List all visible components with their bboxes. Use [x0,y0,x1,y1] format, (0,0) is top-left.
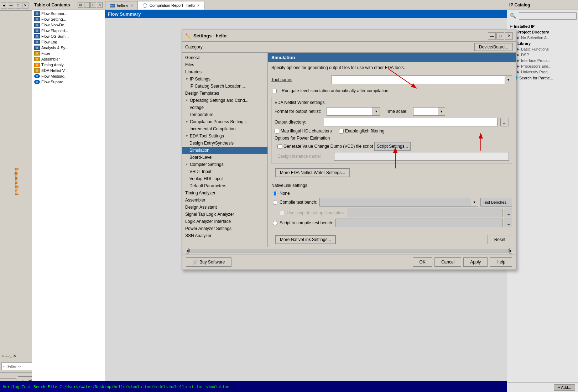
generate-vcd-checkbox[interactable] [277,144,282,149]
output-dir-input[interactable]: simulation/modelsim [324,118,498,126]
script-compile-browse-btn[interactable]: ... [505,219,512,227]
toc-item-label: Flow Setting... [41,17,66,21]
nav-item[interactable]: ▼Compiler Settings [182,161,267,168]
sidebar-icon-2[interactable]: — [8,2,14,9]
timescale-input[interactable]: 1 ns [413,107,438,116]
nav-item[interactable]: IP Catalog Search Location... [182,83,267,90]
nativelink-title: NativeLink settings [271,183,512,188]
nav-item[interactable]: Timing Analyzer [182,189,267,197]
toc-icon-btn-2[interactable]: — [84,2,90,8]
run-gate-level-checkbox[interactable] [272,89,277,93]
nav-item[interactable]: Power Analyzer Settings [182,225,267,232]
hscroll-track[interactable] [189,249,509,252]
nav-item[interactable]: Simulation [182,147,267,154]
nav-item[interactable]: ▼IP Settings [182,75,267,83]
hscroll-left-btn[interactable]: ◀ [186,248,189,254]
timescale-dropdown-arrow[interactable]: ▼ [438,107,445,116]
toc-item[interactable]: ▤Timing Analy... [33,62,104,68]
tool-name-row: Tool name: ModelSim-Altera ▼ [268,73,516,86]
toc-item[interactable]: ▤Flow Messag... [33,73,104,79]
nav-item[interactable]: Design Entry/Synthesis [182,140,267,147]
hscroll-right-btn[interactable]: ▶ [509,248,512,254]
nav-item[interactable]: General [182,54,267,61]
sidebar-icon-3[interactable]: □ [15,2,21,9]
toc-item-label: Flow Log [41,40,57,44]
nav-item[interactable]: Signal Tap Logic Analyzer [182,211,267,218]
tab-close-1[interactable]: ✕ [130,4,133,7]
toc-item[interactable]: ▤Fitter [33,51,104,56]
dialog-minimize-btn[interactable]: — [488,32,496,40]
sidebar-view-btn-3[interactable]: □ [10,354,12,359]
apply-btn[interactable]: Apply [463,257,488,267]
nav-item[interactable]: Default Parameters [182,182,267,189]
sidebar-view-btn-4[interactable]: ✕ [13,354,16,359]
map-illegal-checkbox[interactable] [275,129,279,134]
test-benches-btn[interactable]: Test Benches... [480,198,512,207]
nav-item[interactable]: Assembler [182,197,267,204]
toc-item-icon: ▤ [34,46,40,50]
tool-name-dropdown-arrow[interactable]: ▼ [505,75,512,84]
format-input[interactable]: Verilog HDL [327,107,373,116]
toc-item[interactable]: ▤Flow Log [33,39,104,45]
use-script-browse-btn[interactable]: ... [505,209,512,217]
toc-item[interactable]: ▤Flow Elapsed... [33,28,104,33]
toc-icon-btn-1[interactable]: ⊞ [78,2,83,8]
toc-item[interactable]: ▤Analysis & Sy... [33,45,104,51]
help-btn[interactable]: Help [490,257,512,267]
nav-item[interactable]: Design Templates [182,90,267,97]
nav-item[interactable]: Incremental Compilation [182,125,267,132]
simulation-section-header: Simulation [268,53,516,62]
nav-item[interactable]: ▼Operating Settings and Cond... [182,97,267,104]
nav-item[interactable]: Design Assistant [182,204,267,211]
sidebar-icon-4[interactable]: ✕ [22,2,28,9]
compile-testbench-radio[interactable] [273,200,277,205]
toc-item[interactable]: ▤Assembler [33,56,104,62]
sidebar-icon-1[interactable]: ◀ [1,2,7,9]
script-settings-btn[interactable]: Script Settings... [374,142,410,151]
nav-item[interactable]: VHDL Input [182,168,267,175]
ok-btn[interactable]: OK [413,257,432,267]
script-compile-radio[interactable] [273,221,277,225]
device-board-button[interactable]: Device/Board... [474,43,513,51]
format-dropdown-arrow[interactable]: ▼ [373,107,380,116]
toc-item[interactable]: ▤Flow OS Sum... [33,33,104,39]
tool-name-input[interactable]: ModelSim-Altera [331,75,505,84]
tab-hello-v[interactable]: abc hello.v ✕ [105,1,138,10]
reset-btn[interactable]: Reset [488,235,512,244]
design-instance-input[interactable] [334,152,509,161]
sidebar-view-btn-2[interactable]: — [5,354,9,359]
tab-close-2[interactable]: ✕ [197,4,200,7]
nav-item[interactable]: ▼EDA Tool Settings [182,132,267,140]
nav-item[interactable]: ▼Compilation Process Setting... [182,118,267,125]
dialog-close-btn[interactable]: ✕ [505,32,513,40]
cancel-btn[interactable]: Cancel [434,257,461,267]
tab-compilation-report[interactable]: ⬡ Compilation Report - hello ✕ [138,1,204,10]
nav-item[interactable]: Logic Analyzer Interface [182,218,267,225]
nav-item[interactable]: Temperature [182,111,267,118]
toc-item-icon: ▤ [34,74,40,78]
buy-software-btn[interactable]: 🛒 Buy Software [186,257,231,267]
toc-item[interactable]: ▤Flow Setting... [33,16,104,22]
use-script-checkbox[interactable] [280,211,285,215]
toc-item[interactable]: ▤Flow Suppre... [33,79,104,85]
toc-item[interactable]: ▤Flow Non-De... [33,22,104,28]
nav-item[interactable]: Voltage [182,104,267,111]
toc-icon-btn-4[interactable]: ✕ [97,2,103,8]
toc-icon-btn-3[interactable]: □ [90,2,96,8]
output-dir-browse-btn[interactable]: ... [500,118,509,126]
toc-item[interactable]: ▤EDA Netlist V... [33,68,104,73]
expand-icon: ▼ [185,99,188,102]
nav-item[interactable]: Files [182,61,267,68]
more-nativelink-btn[interactable]: More NativeLink Settings... [275,235,336,244]
sidebar-view-btn-1[interactable]: ≡ [1,354,4,359]
compile-testbench-dropdown[interactable]: ▼ [471,198,478,207]
none-radio[interactable] [273,191,277,196]
toc-item[interactable]: ▤Flow Summa... [33,11,104,16]
nav-item[interactable]: SSN Analyzer [182,232,267,239]
enable-glitch-checkbox[interactable] [339,129,344,134]
nav-item[interactable]: Verilog HDL Input [182,175,267,182]
more-eda-btn[interactable]: More EDA Netlist Writer Settings... [275,168,350,177]
nav-item[interactable]: Board-Level [182,154,267,161]
dialog-maximize-btn[interactable]: □ [496,32,504,40]
nav-item[interactable]: Libraries [182,68,267,75]
